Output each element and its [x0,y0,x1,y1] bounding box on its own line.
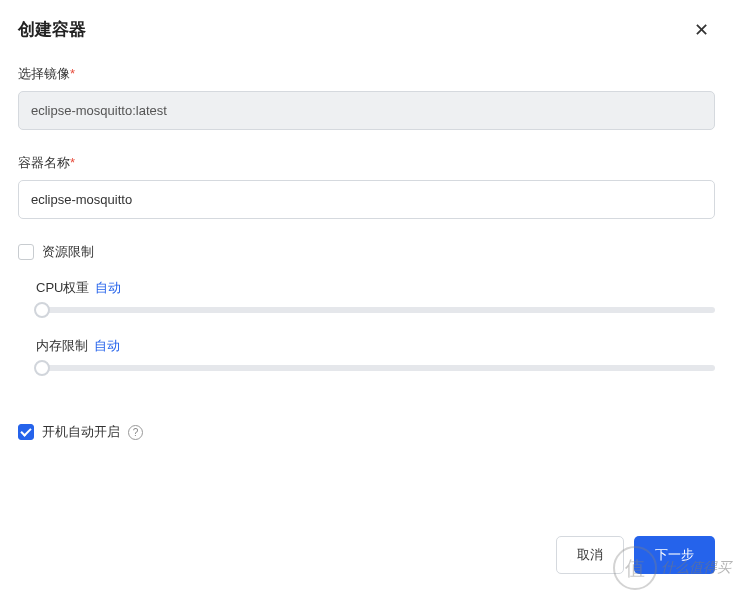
memory-limit-slider[interactable] [36,365,715,371]
container-name-input[interactable] [18,180,715,219]
next-button[interactable]: 下一步 [634,536,715,574]
modal-title: 创建容器 [18,18,86,41]
cpu-weight-value: 自动 [95,279,121,297]
image-input[interactable] [18,91,715,130]
container-name-label: 容器名称* [18,154,715,172]
cpu-weight-slider[interactable] [36,307,715,313]
cpu-weight-label: CPU权重 [36,279,89,297]
memory-limit-value: 自动 [94,337,120,355]
help-icon[interactable]: ? [128,425,143,440]
close-icon: ✕ [694,20,709,40]
close-button[interactable]: ✕ [688,19,715,41]
resource-limit-label: 资源限制 [42,243,94,261]
autostart-checkbox[interactable] [18,424,34,440]
cpu-slider-handle[interactable] [34,302,50,318]
cancel-button[interactable]: 取消 [556,536,624,574]
memory-slider-handle[interactable] [34,360,50,376]
autostart-label: 开机自动开启 [42,423,120,441]
resource-limit-checkbox[interactable] [18,244,34,260]
memory-limit-label: 内存限制 [36,337,88,355]
image-label: 选择镜像* [18,65,715,83]
